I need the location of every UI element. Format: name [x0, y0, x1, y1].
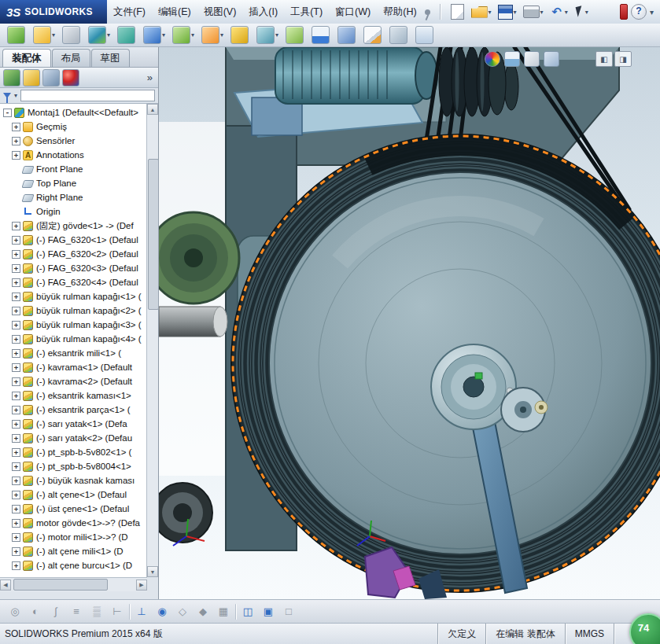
- chevron-down-icon[interactable]: ▾: [14, 92, 17, 99]
- tree-item[interactable]: + motor gövde<1>->? (Defa: [0, 516, 147, 530]
- table-icon[interactable]: ▦: [215, 603, 232, 620]
- shaded-view-icon[interactable]: ◐: [27, 603, 44, 620]
- command-tab[interactable]: 布局: [52, 49, 90, 67]
- sep1[interactable]: [129, 604, 130, 620]
- tree-item[interactable]: + (-) pt_spb-b-5v802<1> (: [0, 445, 147, 459]
- globe-icon[interactable]: ◉: [153, 603, 171, 620]
- model-view[interactable]: [159, 47, 660, 599]
- tree-item[interactable]: + (-) pt_spb-b-5v8004<1>: [0, 459, 147, 473]
- tree-expander[interactable]: +: [12, 477, 20, 485]
- filter-input[interactable]: [20, 90, 155, 101]
- scene-icon[interactable]: [504, 51, 520, 67]
- tree-item[interactable]: + (-) kavrama<2> (Default: [0, 374, 147, 388]
- tree-expander[interactable]: -: [3, 109, 12, 117]
- tree-item[interactable]: Top Plane: [0, 176, 147, 190]
- menu-item[interactable]: 插入(I): [242, 0, 284, 24]
- tree-expander[interactable]: +: [12, 448, 20, 457]
- rotate-component-icon[interactable]: [228, 24, 252, 46]
- split-pane-icon[interactable]: ◫: [239, 603, 256, 620]
- status-cell[interactable]: MMGS: [565, 624, 614, 644]
- axes-icon[interactable]: ⊥: [133, 603, 150, 620]
- tree-expander[interactable]: +: [12, 349, 20, 358]
- chevron-down-icon[interactable]: ▾: [540, 9, 544, 16]
- tree-expander[interactable]: +: [12, 561, 20, 570]
- attachment-icon[interactable]: [60, 24, 83, 46]
- chevron-down-icon[interactable]: ▾: [585, 9, 588, 16]
- tree-expander[interactable]: +: [12, 434, 20, 443]
- tree-item[interactable]: + Annotations: [0, 148, 147, 162]
- tree-expander[interactable]: +: [12, 335, 20, 344]
- tree-expander[interactable]: +: [12, 519, 20, 528]
- panel-chevron[interactable]: »: [147, 72, 155, 83]
- menu-item[interactable]: 帮助(H): [377, 0, 422, 24]
- scroll-up-icon[interactable]: ▲: [147, 104, 158, 115]
- tree-item[interactable]: + (-) alt çene<1> (Defaul: [0, 488, 147, 502]
- tree-item[interactable]: + büyük rulman kapağı<1> (: [0, 289, 147, 304]
- tree-vertical-scrollbar[interactable]: ▲ ▼: [146, 104, 158, 577]
- bearing-cylinder[interactable]: [159, 483, 212, 543]
- tree-expander[interactable]: +: [12, 151, 20, 160]
- menu-item[interactable]: 文件(F): [107, 0, 152, 24]
- shaft[interactable]: [159, 307, 227, 337]
- tree-expander[interactable]: +: [12, 533, 20, 542]
- chevron-down-icon[interactable]: ▾: [107, 31, 110, 39]
- open-icon[interactable]: ▾: [469, 5, 494, 20]
- tree-item[interactable]: + (-) eksantrik parça<1> (: [0, 403, 147, 417]
- scroll-right-icon[interactable]: ▶: [136, 580, 147, 591]
- smart-fasteners-icon[interactable]: [115, 24, 138, 46]
- chevron-down-icon[interactable]: ▾: [191, 31, 194, 39]
- move-component-icon[interactable]: ▾: [199, 24, 226, 46]
- tree-item[interactable]: + büyük rulman kapağı<2> (: [0, 304, 147, 318]
- status-cell[interactable]: 在编辑 装配体: [485, 624, 564, 644]
- maximize-viewport-icon[interactable]: □: [280, 603, 297, 620]
- command-tab[interactable]: 装配体: [2, 49, 51, 67]
- tree-item[interactable]: + (-) üst çene<1> (Defaul: [0, 502, 147, 516]
- tree-item[interactable]: + (-) sarı yatak<2> (Defau: [0, 431, 147, 445]
- component-pattern-icon[interactable]: ▾: [170, 24, 197, 46]
- tree-item[interactable]: + (-) FAG_6320<4> (Defaul: [0, 275, 147, 289]
- tree-expander[interactable]: +: [12, 363, 20, 372]
- tree-item[interactable]: + büyük rulman kapağı<3> (: [0, 318, 147, 332]
- scrollbar-thumb[interactable]: [148, 159, 159, 310]
- tree-expander[interactable]: +: [12, 321, 20, 329]
- assembly-features-icon[interactable]: ▾: [254, 24, 281, 46]
- tree-expander[interactable]: +: [12, 406, 20, 414]
- graphics-area[interactable]: ◧◨: [159, 47, 660, 599]
- tree-expander[interactable]: +: [12, 547, 20, 556]
- mate-icon[interactable]: ▾: [86, 24, 112, 46]
- tree-expander[interactable]: +: [12, 491, 20, 499]
- tree-item[interactable]: + büyük rulman kapağı<4> (: [0, 332, 147, 346]
- tree-expander[interactable]: +: [12, 377, 20, 386]
- preview-window-icon[interactable]: ▣: [260, 603, 277, 620]
- tree-item[interactable]: + (-) eksantrik mili<1> (: [0, 346, 147, 360]
- scroll-left-icon[interactable]: ◀: [0, 580, 11, 591]
- tree-expander[interactable]: +: [12, 264, 20, 273]
- featuremanager-pane-toggle-icon[interactable]: ◧: [595, 51, 613, 67]
- menu-overflow-icon[interactable]: ▾: [650, 8, 654, 17]
- tree-item[interactable]: + (-) büyük kasnak kaması: [0, 473, 147, 488]
- tree-expander[interactable]: +: [12, 123, 20, 131]
- sep2[interactable]: [235, 604, 236, 620]
- display-pane-toggle-icon[interactable]: ◨: [614, 51, 632, 67]
- edit-assembly-icon[interactable]: [5, 24, 28, 46]
- tree-expander[interactable]: +: [12, 250, 20, 259]
- filter-funnel-icon[interactable]: [3, 93, 11, 98]
- interference-detection-icon[interactable]: [335, 24, 359, 46]
- tree-item[interactable]: + Sensörler: [0, 134, 147, 148]
- tree-item[interactable]: + (-) FAG_6320<3> (Defaul: [0, 261, 147, 275]
- chevron-down-icon[interactable]: ▾: [489, 9, 492, 16]
- tree-item[interactable]: + (-) kavrama<1> (Default: [0, 360, 147, 374]
- tree-item[interactable]: + (-) FAG_6320<1> (Defaul: [0, 233, 147, 247]
- new-document-icon[interactable]: [448, 2, 467, 21]
- chevron-down-icon[interactable]: ▾: [220, 31, 223, 39]
- menu-item[interactable]: 视图(V): [197, 0, 243, 24]
- chevron-down-icon[interactable]: ▾: [162, 31, 165, 39]
- chevron-down-icon[interactable]: ▾: [275, 31, 278, 39]
- tree-expander[interactable]: +: [12, 392, 20, 400]
- displaymanager-tab-icon[interactable]: [62, 69, 79, 86]
- tree-item[interactable]: + (固定) gövde<1> -> (Def: [0, 219, 147, 233]
- tree-expander[interactable]: +: [12, 278, 20, 287]
- tree-item[interactable]: Right Plane: [0, 190, 147, 204]
- insert-component-icon[interactable]: ▾: [31, 24, 57, 46]
- print-icon[interactable]: ▾: [521, 4, 546, 20]
